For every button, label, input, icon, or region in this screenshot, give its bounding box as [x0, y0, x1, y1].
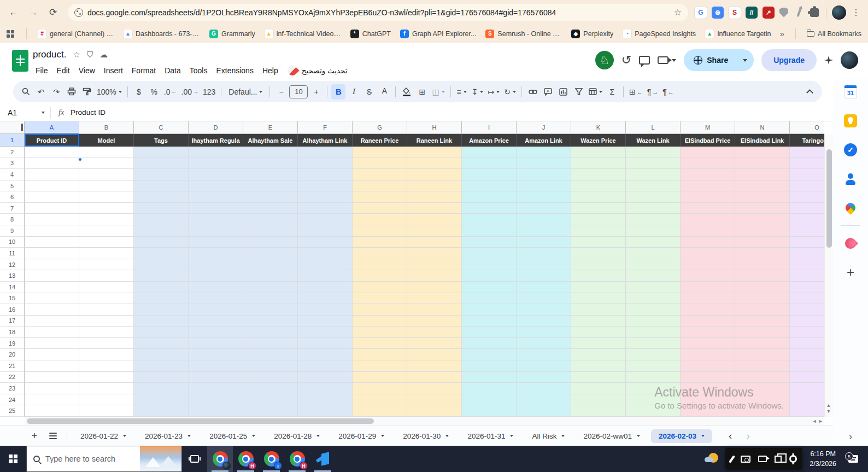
- cell-K15[interactable]: [571, 293, 626, 305]
- cell-D15[interactable]: [189, 293, 243, 305]
- cell-G25[interactable]: [353, 405, 407, 417]
- row-number[interactable]: 15: [0, 293, 25, 305]
- header-cell-F1[interactable]: Alhaytham Link: [298, 134, 353, 147]
- cell-K3[interactable]: [571, 158, 626, 170]
- cell-H10[interactable]: [407, 237, 462, 248]
- column-header-F[interactable]: F: [298, 121, 353, 133]
- cell-L11[interactable]: [626, 248, 681, 259]
- cell-C19[interactable]: [134, 338, 189, 349]
- cell-M15[interactable]: [681, 293, 735, 305]
- extensions-puzzle-icon[interactable]: [808, 7, 820, 19]
- font-select[interactable]: Defaul...: [225, 84, 266, 100]
- header-cell-M1[interactable]: ElSindbad Price: [681, 134, 735, 147]
- cell-G7[interactable]: [353, 203, 407, 214]
- row-number[interactable]: 4: [0, 169, 25, 180]
- cell-D4[interactable]: [189, 169, 243, 180]
- bookmark-item[interactable]: *ChatGPT: [350, 30, 391, 38]
- cell-F2[interactable]: [298, 147, 353, 158]
- cell-G2[interactable]: [353, 147, 407, 158]
- cell-J3[interactable]: [517, 158, 571, 170]
- cell-B25[interactable]: [79, 405, 134, 417]
- cell-J11[interactable]: [517, 248, 571, 259]
- cell-E22[interactable]: [243, 372, 298, 383]
- column-header-B[interactable]: B: [79, 121, 134, 133]
- cell-C5[interactable]: [134, 180, 189, 192]
- cell-J21[interactable]: [517, 360, 571, 372]
- gemini-sparkle-icon[interactable]: [824, 56, 833, 65]
- row-number[interactable]: 11: [0, 248, 25, 259]
- cell-I5[interactable]: [462, 180, 517, 192]
- cell-I25[interactable]: [462, 405, 517, 417]
- cell-L9[interactable]: [626, 225, 681, 237]
- cell-J14[interactable]: [517, 282, 571, 293]
- url-bar[interactable]: docs.google.com/spreadsheets/d/1P2OLhcBR…: [68, 4, 688, 21]
- column-header-K[interactable]: K: [571, 121, 626, 133]
- cell-F17[interactable]: [298, 316, 353, 327]
- header-cell-O1[interactable]: Taringo Pr: [790, 134, 824, 147]
- column-header-M[interactable]: M: [681, 121, 735, 133]
- cell-N24[interactable]: [735, 394, 790, 406]
- cell-A13[interactable]: [25, 270, 79, 282]
- cell-F24[interactable]: [298, 394, 353, 406]
- cell-B6[interactable]: [79, 191, 134, 203]
- sheet-tab-All Risk[interactable]: All Risk: [524, 429, 572, 443]
- cell-G15[interactable]: [353, 293, 407, 305]
- cell-A6[interactable]: [25, 191, 79, 203]
- sheets-logo-icon[interactable]: [12, 50, 28, 72]
- cell-J2[interactable]: [517, 147, 571, 158]
- decrease-decimal-icon[interactable]: .0←: [162, 84, 179, 100]
- capture-settings-icon[interactable]: [789, 455, 797, 463]
- decrease-font-size-icon[interactable]: −: [274, 84, 288, 100]
- cell-G5[interactable]: [353, 180, 407, 192]
- cell-G13[interactable]: [353, 270, 407, 282]
- select-all-corner[interactable]: [0, 121, 25, 133]
- taskbar-app-chrome-profile-h2[interactable]: H: [284, 446, 310, 472]
- cell-D9[interactable]: [189, 225, 243, 237]
- cell-B18[interactable]: [79, 327, 134, 338]
- star-icon[interactable]: ☆: [73, 50, 80, 60]
- insert-link-icon[interactable]: [526, 84, 540, 100]
- cell-O4[interactable]: [790, 169, 824, 180]
- text-direction-rtl-icon[interactable]: ¶←: [661, 84, 676, 100]
- cell-I20[interactable]: [462, 349, 517, 360]
- bookmark-item[interactable]: SSemrush - Online M...: [485, 30, 562, 38]
- cell-E20[interactable]: [243, 349, 298, 360]
- cell-N4[interactable]: [735, 169, 790, 180]
- cell-M12[interactable]: [681, 259, 735, 271]
- cell-I13[interactable]: [462, 270, 517, 282]
- cell-N16[interactable]: [735, 304, 790, 316]
- cell-K13[interactable]: [571, 270, 626, 282]
- cell-D20[interactable]: [189, 349, 243, 360]
- cell-M19[interactable]: [681, 338, 735, 349]
- name-box[interactable]: A1: [0, 108, 50, 117]
- collapse-toolbar-icon[interactable]: [802, 84, 817, 100]
- cell-F6[interactable]: [298, 191, 353, 203]
- cell-L19[interactable]: [626, 338, 681, 349]
- cell-N18[interactable]: [735, 327, 790, 338]
- cell-N17[interactable]: [735, 316, 790, 327]
- font-size-input[interactable]: 10: [289, 85, 308, 98]
- cell-H23[interactable]: [407, 383, 462, 394]
- cell-C20[interactable]: [134, 349, 189, 360]
- cell-B21[interactable]: [79, 360, 134, 372]
- cell-F20[interactable]: [298, 349, 353, 360]
- shield-extension-icon[interactable]: [778, 7, 790, 19]
- cell-E18[interactable]: [243, 327, 298, 338]
- row-number[interactable]: 2: [0, 147, 25, 158]
- taskbar-clock[interactable]: 6:16 PM 2/3/2026: [810, 449, 836, 469]
- cell-B16[interactable]: [79, 304, 134, 316]
- column-header-I[interactable]: I: [462, 121, 517, 133]
- maps-icon[interactable]: [843, 201, 858, 215]
- cell-O9[interactable]: [790, 225, 824, 237]
- cell-G21[interactable]: [353, 360, 407, 372]
- cell-L12[interactable]: [626, 259, 681, 271]
- cell-F3[interactable]: [298, 158, 353, 170]
- cell-B8[interactable]: [79, 214, 134, 225]
- cell-M10[interactable]: [681, 237, 735, 248]
- bookmark-item[interactable]: GGrammarly: [209, 30, 255, 38]
- cell-D3[interactable]: [189, 158, 243, 170]
- row-number[interactable]: 1: [0, 134, 25, 147]
- bookmark-item[interactable]: ◔PageSpeed Insights: [623, 30, 696, 38]
- cell-C24[interactable]: [134, 394, 189, 406]
- cell-M16[interactable]: [681, 304, 735, 316]
